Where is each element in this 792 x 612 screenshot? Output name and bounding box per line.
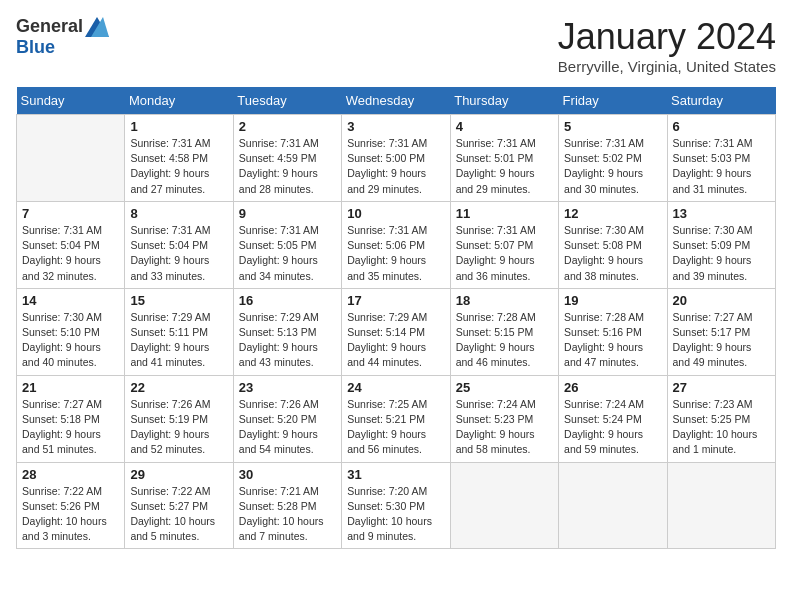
day-info: Sunrise: 7:31 AM Sunset: 5:00 PM Dayligh… [347,136,444,197]
day-number: 3 [347,119,444,134]
day-number: 1 [130,119,227,134]
calendar-cell [450,462,558,549]
day-number: 25 [456,380,553,395]
day-info: Sunrise: 7:31 AM Sunset: 5:07 PM Dayligh… [456,223,553,284]
weekday-wednesday: Wednesday [342,87,450,115]
day-number: 11 [456,206,553,221]
calendar-week-4: 21Sunrise: 7:27 AM Sunset: 5:18 PM Dayli… [17,375,776,462]
day-number: 29 [130,467,227,482]
title-section: January 2024 Berryville, Virginia, Unite… [558,16,776,75]
calendar-cell: 22Sunrise: 7:26 AM Sunset: 5:19 PM Dayli… [125,375,233,462]
day-number: 22 [130,380,227,395]
calendar-cell: 24Sunrise: 7:25 AM Sunset: 5:21 PM Dayli… [342,375,450,462]
calendar-cell: 7Sunrise: 7:31 AM Sunset: 5:04 PM Daylig… [17,201,125,288]
day-info: Sunrise: 7:20 AM Sunset: 5:30 PM Dayligh… [347,484,444,545]
month-title: January 2024 [558,16,776,58]
calendar-cell: 28Sunrise: 7:22 AM Sunset: 5:26 PM Dayli… [17,462,125,549]
day-number: 4 [456,119,553,134]
day-info: Sunrise: 7:31 AM Sunset: 4:59 PM Dayligh… [239,136,336,197]
day-number: 13 [673,206,770,221]
calendar-cell: 25Sunrise: 7:24 AM Sunset: 5:23 PM Dayli… [450,375,558,462]
day-info: Sunrise: 7:23 AM Sunset: 5:25 PM Dayligh… [673,397,770,458]
day-number: 2 [239,119,336,134]
calendar-cell: 20Sunrise: 7:27 AM Sunset: 5:17 PM Dayli… [667,288,775,375]
day-info: Sunrise: 7:30 AM Sunset: 5:08 PM Dayligh… [564,223,661,284]
day-info: Sunrise: 7:31 AM Sunset: 5:01 PM Dayligh… [456,136,553,197]
day-info: Sunrise: 7:29 AM Sunset: 5:13 PM Dayligh… [239,310,336,371]
calendar-cell: 14Sunrise: 7:30 AM Sunset: 5:10 PM Dayli… [17,288,125,375]
calendar-cell: 6Sunrise: 7:31 AM Sunset: 5:03 PM Daylig… [667,115,775,202]
calendar-cell: 19Sunrise: 7:28 AM Sunset: 5:16 PM Dayli… [559,288,667,375]
day-info: Sunrise: 7:31 AM Sunset: 5:05 PM Dayligh… [239,223,336,284]
calendar-cell: 13Sunrise: 7:30 AM Sunset: 5:09 PM Dayli… [667,201,775,288]
day-info: Sunrise: 7:27 AM Sunset: 5:18 PM Dayligh… [22,397,119,458]
calendar-week-5: 28Sunrise: 7:22 AM Sunset: 5:26 PM Dayli… [17,462,776,549]
calendar-cell: 27Sunrise: 7:23 AM Sunset: 5:25 PM Dayli… [667,375,775,462]
day-info: Sunrise: 7:31 AM Sunset: 5:04 PM Dayligh… [22,223,119,284]
calendar-body: 1Sunrise: 7:31 AM Sunset: 4:58 PM Daylig… [17,115,776,549]
day-info: Sunrise: 7:21 AM Sunset: 5:28 PM Dayligh… [239,484,336,545]
day-number: 7 [22,206,119,221]
logo: General Blue [16,16,109,58]
day-info: Sunrise: 7:26 AM Sunset: 5:19 PM Dayligh… [130,397,227,458]
day-number: 10 [347,206,444,221]
day-number: 9 [239,206,336,221]
calendar-cell: 23Sunrise: 7:26 AM Sunset: 5:20 PM Dayli… [233,375,341,462]
day-info: Sunrise: 7:31 AM Sunset: 5:02 PM Dayligh… [564,136,661,197]
day-info: Sunrise: 7:28 AM Sunset: 5:15 PM Dayligh… [456,310,553,371]
day-number: 14 [22,293,119,308]
day-info: Sunrise: 7:30 AM Sunset: 5:09 PM Dayligh… [673,223,770,284]
calendar-cell: 18Sunrise: 7:28 AM Sunset: 5:15 PM Dayli… [450,288,558,375]
day-number: 12 [564,206,661,221]
day-number: 23 [239,380,336,395]
location-text: Berryville, Virginia, United States [558,58,776,75]
weekday-monday: Monday [125,87,233,115]
day-info: Sunrise: 7:31 AM Sunset: 5:03 PM Dayligh… [673,136,770,197]
day-info: Sunrise: 7:30 AM Sunset: 5:10 PM Dayligh… [22,310,119,371]
day-info: Sunrise: 7:29 AM Sunset: 5:14 PM Dayligh… [347,310,444,371]
day-number: 18 [456,293,553,308]
day-number: 17 [347,293,444,308]
day-info: Sunrise: 7:27 AM Sunset: 5:17 PM Dayligh… [673,310,770,371]
day-info: Sunrise: 7:24 AM Sunset: 5:24 PM Dayligh… [564,397,661,458]
calendar-cell: 10Sunrise: 7:31 AM Sunset: 5:06 PM Dayli… [342,201,450,288]
day-number: 6 [673,119,770,134]
day-number: 28 [22,467,119,482]
day-info: Sunrise: 7:29 AM Sunset: 5:11 PM Dayligh… [130,310,227,371]
day-number: 15 [130,293,227,308]
weekday-thursday: Thursday [450,87,558,115]
calendar-cell: 15Sunrise: 7:29 AM Sunset: 5:11 PM Dayli… [125,288,233,375]
calendar-cell [17,115,125,202]
day-number: 21 [22,380,119,395]
weekday-saturday: Saturday [667,87,775,115]
day-number: 20 [673,293,770,308]
calendar-cell [667,462,775,549]
calendar-cell: 2Sunrise: 7:31 AM Sunset: 4:59 PM Daylig… [233,115,341,202]
day-info: Sunrise: 7:22 AM Sunset: 5:26 PM Dayligh… [22,484,119,545]
calendar-cell: 4Sunrise: 7:31 AM Sunset: 5:01 PM Daylig… [450,115,558,202]
day-number: 16 [239,293,336,308]
day-number: 31 [347,467,444,482]
day-info: Sunrise: 7:31 AM Sunset: 4:58 PM Dayligh… [130,136,227,197]
day-number: 30 [239,467,336,482]
calendar-table: SundayMondayTuesdayWednesdayThursdayFrid… [16,87,776,549]
calendar-cell: 9Sunrise: 7:31 AM Sunset: 5:05 PM Daylig… [233,201,341,288]
day-info: Sunrise: 7:24 AM Sunset: 5:23 PM Dayligh… [456,397,553,458]
calendar-week-3: 14Sunrise: 7:30 AM Sunset: 5:10 PM Dayli… [17,288,776,375]
weekday-friday: Friday [559,87,667,115]
calendar-cell: 16Sunrise: 7:29 AM Sunset: 5:13 PM Dayli… [233,288,341,375]
day-number: 27 [673,380,770,395]
logo-blue-text: Blue [16,37,55,58]
day-info: Sunrise: 7:22 AM Sunset: 5:27 PM Dayligh… [130,484,227,545]
page-header: General Blue January 2024 Berryville, Vi… [16,16,776,75]
day-info: Sunrise: 7:28 AM Sunset: 5:16 PM Dayligh… [564,310,661,371]
day-number: 19 [564,293,661,308]
calendar-cell [559,462,667,549]
day-number: 5 [564,119,661,134]
calendar-cell: 29Sunrise: 7:22 AM Sunset: 5:27 PM Dayli… [125,462,233,549]
weekday-header-row: SundayMondayTuesdayWednesdayThursdayFrid… [17,87,776,115]
day-number: 24 [347,380,444,395]
weekday-tuesday: Tuesday [233,87,341,115]
logo-general-text: General [16,16,83,37]
day-number: 8 [130,206,227,221]
